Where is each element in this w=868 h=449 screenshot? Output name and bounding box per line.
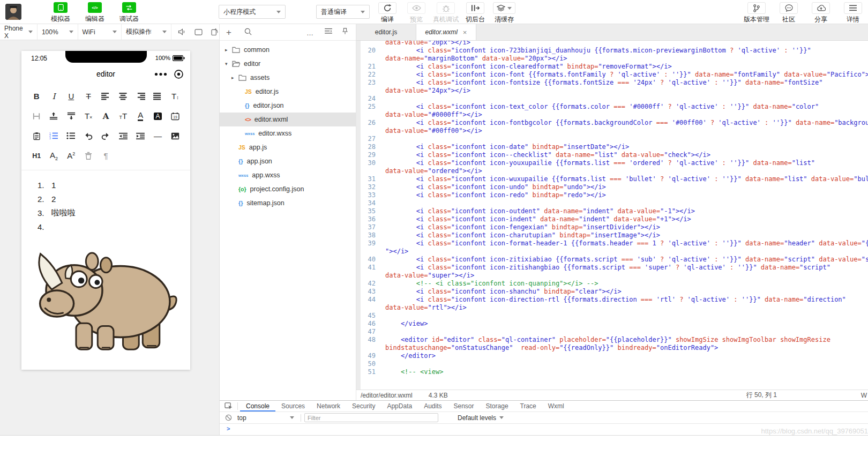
code-line[interactable]: 33 <i class="iconfont icon-redo" bindtap… <box>356 191 868 199</box>
code-line[interactable]: data-value="24px"></i> <box>356 87 868 95</box>
code-line[interactable]: 29 <i class="iconfont icon--checklist" d… <box>356 151 868 159</box>
device-select[interactable]: Phone X <box>0 24 38 40</box>
toolbar-divider-icon[interactable]: — <box>149 126 166 146</box>
debugger-tab-trace[interactable]: Trace <box>514 401 542 411</box>
debugger-tab-sources[interactable]: Sources <box>275 401 311 411</box>
code-line[interactable]: 24 <box>356 95 868 103</box>
code-line[interactable]: 46 </view> <box>356 320 868 328</box>
debugger-tab-audits[interactable]: Audits <box>418 401 447 411</box>
toolbar-bullet-list-icon[interactable] <box>63 126 80 146</box>
toolbar-redo-icon[interactable] <box>97 126 114 146</box>
code-line[interactable]: data-value="super"></i> <box>356 272 868 280</box>
code-line[interactable]: data-value="#00ff00"></i> <box>356 127 868 135</box>
tree-item-editor.wxss[interactable]: wxsseditor.wxss <box>220 126 356 140</box>
code-line[interactable]: 48 <editor id="editor" class="ql-contain… <box>356 336 868 344</box>
toolbar-subscript-icon[interactable]: A2 <box>45 146 62 166</box>
debugger-tab-appdata[interactable]: AppData <box>381 401 418 411</box>
toolbar-trash-icon[interactable] <box>80 146 97 166</box>
toolbar-ordered-list-icon[interactable]: 123 <box>45 126 62 146</box>
toolbar-align-justify-icon[interactable] <box>149 86 166 106</box>
log-levels-select[interactable]: Default levels <box>458 414 504 422</box>
code-line[interactable]: bindstatuschange="onStatusChange" read-o… <box>356 344 868 352</box>
code-line[interactable]: 51 <!-- <view> <box>356 368 868 376</box>
hide-panel-icon[interactable] <box>342 28 348 35</box>
toolbar-underline-icon[interactable]: U <box>63 86 80 106</box>
action-share[interactable]: 分享 <box>806 2 836 24</box>
close-icon[interactable]: × <box>463 28 467 36</box>
code-line[interactable]: 34 <box>356 199 868 207</box>
console-filter-input[interactable] <box>304 413 438 422</box>
rotate-icon[interactable] <box>211 28 219 35</box>
tree-item-editor.wxml[interactable]: <>editor.wxml <box>220 113 356 126</box>
code-line[interactable]: data-name="marginBottom" data-value="20p… <box>356 55 868 63</box>
code-line[interactable]: 41 <i class="iconfont icon-zitishangbiao… <box>356 264 868 272</box>
debugger-tab-storage[interactable]: Storage <box>480 401 514 411</box>
code-line[interactable]: 42 <!-- <i class="iconfont icon-quanping… <box>356 280 868 288</box>
simulate-action-select[interactable]: 模拟操作 <box>122 24 171 40</box>
toolbar-align-right-icon[interactable] <box>132 86 149 106</box>
tree-item-app.json[interactable]: {}app.json <box>220 154 356 168</box>
toolbar-superscript-icon[interactable]: A2 <box>63 146 80 166</box>
code-line[interactable]: 50 <box>356 360 868 368</box>
compile-mode-select[interactable]: 普通编译 <box>316 5 370 19</box>
tree-item-editor.json[interactable]: {}editor.json <box>220 99 356 113</box>
code-line[interactable]: 43 <i class="iconfont icon-shanchu" bind… <box>356 288 868 296</box>
network-select[interactable]: WiFi <box>78 24 122 40</box>
code-line[interactable]: 44 <i class="iconfont icon-direction-rtl… <box>356 296 868 304</box>
code-line[interactable]: 30 <i class="iconfont icon-youxupailie {… <box>356 159 868 167</box>
toolbar-bg-color-icon[interactable]: A <box>149 106 166 126</box>
toolbar-italic-icon[interactable]: I <box>45 86 62 106</box>
toolbar-outdent-icon[interactable] <box>115 126 132 146</box>
editor-tab-editor.js[interactable]: editor.js <box>356 24 416 40</box>
code-line[interactable]: data-value="20px"></i> <box>356 41 868 47</box>
code-line[interactable]: 32 <i class="iconfont icon-undo" bindtap… <box>356 183 868 191</box>
toolbar-image-icon[interactable] <box>167 126 184 146</box>
code-area[interactable]: data-value="20px"></i>20 <i class="iconf… <box>356 41 868 390</box>
user-avatar[interactable] <box>5 4 21 20</box>
code-line[interactable]: 25 <i class="iconfont icon-text_color {{… <box>356 103 868 111</box>
tree-item-editor[interactable]: ▾editor <box>220 57 356 71</box>
toolbar-align-center-icon[interactable] <box>115 86 132 106</box>
code-line[interactable]: 23 <i class="iconfont icon-fontsize {{fo… <box>356 79 868 87</box>
tree-item-project.config.json[interactable]: {o}project.config.json <box>220 182 356 196</box>
more-menu-icon[interactable] <box>154 72 167 76</box>
mode-select[interactable]: 小程序模式 <box>219 5 286 19</box>
tree-item-assets[interactable]: ▸assets <box>220 71 356 85</box>
toolbar-header-h1-icon[interactable]: H1 <box>28 146 45 166</box>
code-line[interactable]: 31 <i class="iconfont icon-wuxupailie {{… <box>356 175 868 183</box>
code-line[interactable]: 20 <i class="iconfont icon-723bianjiqi_d… <box>356 47 868 55</box>
toolbar-font-family-icon[interactable]: A <box>97 106 114 126</box>
code-line[interactable]: data-value="ordered"></i> <box>356 167 868 175</box>
toolbar-bold-icon[interactable]: B <box>28 86 45 106</box>
code-line[interactable]: 47 <box>356 328 868 336</box>
code-line[interactable]: 40 <i class="iconfont icon-zitixiabiao {… <box>356 256 868 264</box>
code-line[interactable]: 39 <i class="iconfont icon-format-header… <box>356 240 868 248</box>
sound-icon[interactable] <box>178 28 186 35</box>
toolbar-align-left-icon[interactable] <box>97 86 114 106</box>
toolbar-strike-icon[interactable]: T <box>80 86 97 106</box>
code-line[interactable]: 49 </editor> <box>356 352 868 360</box>
code-line[interactable]: 21 <i class="iconfont icon-clearedformat… <box>356 63 868 71</box>
tree-item-sitemap.json[interactable]: {}sitemap.json <box>220 196 356 210</box>
code-line[interactable]: 28 <i class="iconfont icon-date" bindtap… <box>356 143 868 151</box>
code-line[interactable]: 27 <box>356 135 868 143</box>
toolbar-letter-spacing-icon[interactable] <box>28 106 45 126</box>
main-button-switch[interactable]: 调试器 <box>115 2 144 24</box>
tree-item-app.wxss[interactable]: wxssapp.wxss <box>220 168 356 182</box>
tree-item-common[interactable]: ▸common <box>220 43 356 57</box>
clear-console-icon[interactable] <box>225 414 232 421</box>
debugger-tab-security[interactable]: Security <box>346 401 381 411</box>
zoom-select[interactable]: 100% <box>38 24 78 40</box>
tree-item-editor.js[interactable]: JSeditor.js <box>220 85 356 99</box>
more-options-icon[interactable]: … <box>306 28 314 38</box>
tree-item-app.js[interactable]: JSapp.js <box>220 140 356 154</box>
debugger-tab-console[interactable]: Console <box>240 401 275 411</box>
code-line[interactable]: 45 <box>356 312 868 320</box>
console-prompt[interactable]: > <box>227 425 230 432</box>
toolbar-text-color-icon[interactable]: A <box>132 106 149 126</box>
toolbar-margin-bottom-icon[interactable] <box>63 106 80 126</box>
execution-context-select[interactable]: top <box>237 414 297 422</box>
debugger-tab-wxml[interactable]: Wxml <box>542 401 570 411</box>
code-line[interactable]: data-value="rtl"></i> <box>356 304 868 312</box>
toolbar-clear-format-icon[interactable]: T× <box>80 106 97 126</box>
